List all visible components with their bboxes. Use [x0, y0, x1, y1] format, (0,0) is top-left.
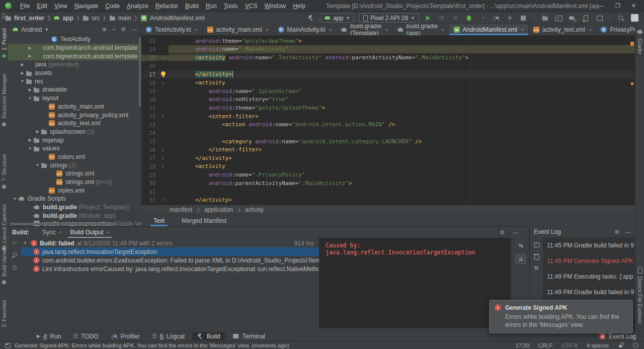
line-number[interactable]: 15 — [141, 55, 157, 61]
code-line[interactable]: 23 <action android:name="android.intent.… — [141, 120, 635, 129]
build-tab[interactable]: Build Output✕ — [66, 227, 114, 238]
code-text[interactable]: <action android:name="android.intent.act… — [169, 120, 635, 129]
tree-collapsed-icon[interactable]: ▶ — [27, 54, 33, 58]
tab-merged-manifest[interactable]: Merged Manifest — [181, 215, 227, 226]
code-line[interactable]: 18∨ <activity — [141, 78, 635, 87]
locate-file-icon[interactable]: ⊕ — [102, 26, 107, 33]
code-text[interactable]: android:theme="@style/SplashTheme"> — [169, 104, 635, 112]
menu-navigate[interactable]: Navigate — [71, 3, 102, 10]
gear-icon[interactable]: ⚙ — [121, 26, 126, 33]
menu-code[interactable]: Code — [102, 3, 123, 10]
line-number[interactable]: 22 — [141, 113, 157, 119]
line-number[interactable]: 14 — [141, 46, 157, 52]
line-number[interactable]: 29 — [141, 172, 157, 178]
code-text[interactable]: android:name=".SplashScreen" — [169, 87, 635, 96]
build-output-row[interactable]: java.lang.reflect.InvocationTargetExcept… — [21, 247, 319, 256]
tree-item[interactable]: strings.xml (b+ru) — [8, 178, 141, 187]
tree-item[interactable]: ▼strings (2) — [8, 161, 141, 169]
tree-vertical-scrollbar[interactable] — [139, 37, 141, 107]
code-text[interactable]: </activity> — [169, 154, 635, 162]
code-text[interactable] — [169, 62, 635, 70]
gradle-sync-icon[interactable] — [569, 15, 576, 22]
line-number[interactable]: 19 — [141, 88, 157, 94]
indent-setting[interactable]: 4 spaces — [587, 342, 609, 348]
breadcrumb-item[interactable]: AndroidManifest.xml — [140, 15, 205, 22]
code-line[interactable]: 21 android:theme="@style/SplashTheme"> — [141, 104, 635, 112]
line-number[interactable]: 23 — [141, 122, 157, 128]
line-number[interactable]: 32 — [141, 197, 157, 203]
tree-horizontal-scrollbar[interactable] — [10, 223, 117, 225]
run-configuration-dropdown[interactable]: app ▼ — [320, 13, 354, 23]
tree-expanded-icon[interactable]: ▼ — [12, 197, 18, 201]
editor-tab[interactable]: activity_text.xml✕ — [529, 24, 596, 35]
close-tab-icon[interactable]: ✕ — [329, 28, 332, 32]
editor-tab[interactable]: PrivacyPolicy.kt✕ — [596, 24, 635, 35]
tree-collapsed-icon[interactable]: ▶ — [19, 62, 26, 67]
tool-window-button--logcat[interactable]: ☰6: Logcat — [147, 332, 189, 340]
stripe-button-7-structure[interactable]: 7: Structure▣ — [1, 154, 7, 189]
line-number[interactable]: 28 — [141, 163, 157, 169]
code-line[interactable]: 32∧ </activity> — [141, 196, 635, 204]
close-tab-icon[interactable]: ✕ — [441, 28, 445, 32]
code-text[interactable]: <intent-filter> — [169, 112, 635, 121]
tree-collapsed-icon[interactable]: ▶ — [34, 129, 41, 134]
build-output-row[interactable]: ▼Build: failed at 8/12/2020 11:49 PM wit… — [21, 239, 319, 247]
tree-item[interactable]: TextActivity — [8, 35, 141, 44]
run-button-icon[interactable] — [426, 16, 430, 21]
restart-build-icon[interactable]: ↩ — [12, 240, 17, 246]
close-tab-icon[interactable]: ✕ — [106, 230, 110, 235]
editor-tab[interactable]: MainActivity.kt✕ — [274, 24, 337, 35]
gradle-daemon-icon[interactable] — [632, 342, 639, 348]
code-text[interactable]: android:theme="@style/AppTheme"> — [169, 37, 635, 45]
build-tab[interactable]: Sync✕ — [38, 227, 66, 238]
stripe-button-2-favorites[interactable]: 2: Favorites★ — [1, 300, 7, 335]
menu-tools[interactable]: Tools — [220, 3, 242, 10]
code-text[interactable]: </intent-filter> — [169, 145, 635, 154]
tree-item[interactable]: colors.xml — [8, 153, 141, 161]
tree-item[interactable]: activity_text.xml — [8, 119, 141, 128]
breadcrumb-item[interactable]: src — [83, 15, 100, 22]
code-line[interactable]: 17∧ </activity> — [141, 70, 635, 79]
editor-scrollbar[interactable] — [630, 35, 635, 205]
line-number[interactable]: 13 — [141, 38, 157, 44]
line-number[interactable]: 16 — [141, 63, 157, 69]
fold-expanded-icon[interactable]: ∨ — [157, 164, 169, 169]
gear-icon[interactable]: ⚙ — [500, 229, 505, 236]
tree-item[interactable]: ▶com.bignerdranch.android.template (andr… — [8, 44, 141, 52]
tool-window-button--run[interactable]: 4: Run — [32, 332, 65, 340]
tree-expanded-icon[interactable]: ▼ — [22, 241, 28, 245]
restore-window-icon[interactable]: ❐ — [615, 3, 620, 9]
tree-collapsed-icon[interactable]: ▶ — [19, 71, 26, 75]
tool-window-button-profiler[interactable]: Profiler — [106, 332, 144, 340]
show-balloons-icon[interactable] — [533, 241, 540, 248]
tree-item[interactable]: activity_privacy_policy.xml — [8, 111, 141, 119]
build-output-row[interactable]: com.android.builder.errors.EvalIssueExce… — [21, 256, 319, 265]
fold-end-icon[interactable]: ∧ — [157, 147, 169, 152]
code-text[interactable]: android:name=".PrivacyPolicy" — [169, 170, 635, 179]
error-stripe-mark[interactable] — [631, 82, 633, 85]
code-text[interactable]: android:name=".MainActivity" — [169, 45, 635, 54]
code-text[interactable]: </activity> — [169, 70, 635, 79]
line-number[interactable]: 27 — [141, 155, 157, 161]
code-line[interactable]: 29 android:name=".PrivacyPolicy" — [141, 170, 635, 179]
tool-window-button-terminal[interactable]: Terminal — [228, 332, 270, 340]
stripe-button-1-project[interactable]: 1: Project◉ — [1, 28, 7, 58]
code-text[interactable] — [169, 129, 635, 137]
code-text[interactable] — [169, 188, 635, 196]
code-line[interactable]: 24 — [141, 129, 635, 137]
stop-icon[interactable] — [521, 16, 526, 21]
code-line[interactable]: 19 android:name=".SplashScreen" — [141, 87, 635, 96]
tree-expanded-icon[interactable]: ▼ — [34, 163, 41, 167]
tree-item[interactable]: strings.xml — [8, 169, 141, 178]
build-output-row[interactable]: Lint infrastructure errorCaused by: java… — [21, 265, 319, 273]
show-execution-timeline-icon[interactable]: ◷ — [12, 264, 17, 270]
read-only-lock-icon[interactable] — [618, 342, 623, 348]
close-tab-icon[interactable]: ✕ — [521, 28, 524, 32]
breadcrumb-item[interactable]: main — [109, 15, 131, 22]
menu-vcs[interactable]: VCS — [242, 3, 261, 10]
attach-profiler-icon[interactable]: ✚ — [505, 14, 514, 23]
soft-wrap-icon[interactable]: ↹ — [516, 241, 525, 250]
stripe-button-gradle[interactable]: Gradle — [636, 28, 643, 54]
stripe-button-device-file-explorer[interactable]: Device File Explorer — [637, 267, 643, 324]
fold-expanded-icon[interactable]: ∨ — [157, 80, 169, 85]
